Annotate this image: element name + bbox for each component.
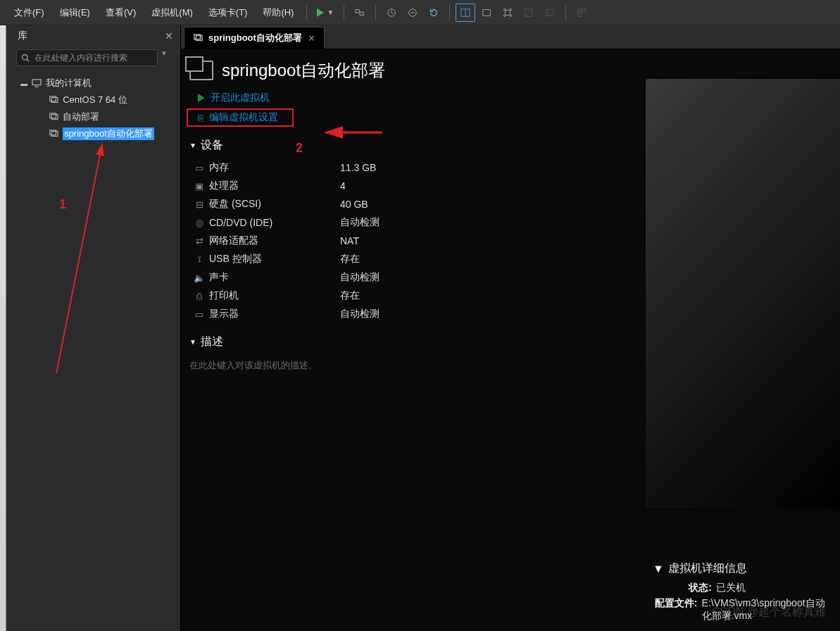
vm-detail-state: 状态:已关机 [653,580,833,596]
sidebar: 库 ✕ ▼ ▬ 我的计算机 CentOS 7 64 位 自动部署 [6,25,181,631]
svg-point-14 [23,54,27,59]
play-icon [317,8,324,17]
device-row-cd[interactable]: ◎CD/DVD (IDE)自动检测 [192,213,637,232]
tree-label: springboot自动化部署 [63,127,154,140]
clock-icon [387,8,396,18]
sidebar-title: 库 [18,30,27,42]
device-row-memory[interactable]: ▭内存11.3 GB [192,158,637,177]
details-pane: springboot自动化部署 开启此虚拟机 ⎘ 编辑虚拟机设置 ▼设备 ▭内存… [181,49,646,631]
page-title: springboot自动化部署 [222,59,385,82]
tree-root-my-computer[interactable]: ▬ 我的计算机 [6,75,180,92]
split-view-icon [460,8,470,18]
library-tree: ▬ 我的计算机 CentOS 7 64 位 自动部署 springboot自动化… [6,72,180,145]
toolbar-send-button[interactable] [350,4,370,22]
action-label: 编辑虚拟机设置 [209,111,278,124]
tab-close-button[interactable]: ✕ [308,33,315,44]
menubar: 文件(F) 编辑(E) 查看(V) 虚拟机(M) 选项卡(T) 帮助(H) ▼ [0,0,840,25]
svg-rect-21 [52,115,58,120]
preview-pane: ▼虚拟机详细信息 状态:已关机 配置文件:E:\VMS\vm3\springbo… [646,49,840,631]
svg-line-15 [27,59,29,61]
play-icon [198,94,205,102]
unity-icon [524,8,534,18]
menu-edit[interactable]: 编辑(E) [53,4,97,22]
svg-rect-6 [483,9,491,15]
sound-icon: 🔈 [192,273,206,283]
search-box[interactable] [16,49,158,66]
svg-line-9 [525,8,533,16]
vm-icon [49,113,58,121]
search-input[interactable] [35,53,153,63]
svg-rect-0 [356,9,359,12]
collapse-icon: ▬ [20,80,27,87]
single-window-icon [482,8,491,18]
svg-rect-7 [506,10,510,15]
snapshot-icon [408,8,418,18]
tree-label: CentOS 7 64 位 [63,94,127,106]
svg-rect-11 [578,8,581,11]
toolbar-manage-button[interactable] [403,4,422,22]
description-section-header[interactable]: ▼描述 [187,325,637,354]
toolbar-console-button[interactable] [456,4,475,22]
toolbar-stretch-button [540,4,560,22]
vm-detail-config: 配置文件:E:\VMS\vm3\springboot自动化部署.vmx [653,596,833,624]
terminal-icon [545,8,555,18]
menu-vm[interactable]: 虚拟机(M) [144,4,200,22]
device-row-printer[interactable]: ⎙打印机存在 [192,287,637,305]
vm-preview-thumbnail [646,79,840,508]
svg-rect-18 [50,96,56,101]
vm-icon [49,96,58,104]
svg-rect-23 [52,132,58,137]
device-row-usb[interactable]: ⟟USB 控制器存在 [192,250,637,268]
device-row-display[interactable]: ▭显示器自动检测 [192,305,637,323]
menu-tabs[interactable]: 选项卡(T) [201,4,255,22]
edit-settings-link[interactable]: ⎘ 编辑虚拟机设置 [187,108,294,127]
tree-item-autodeploy[interactable]: 自动部署 [6,108,180,125]
menu-view[interactable]: 查看(V) [99,4,143,22]
devices-section-header[interactable]: ▼设备 [187,128,637,157]
svg-rect-20 [50,113,56,118]
svg-rect-22 [50,130,56,135]
collapse-icon: ▼ [189,338,196,346]
toolbar-fullscreen-button[interactable] [498,4,518,22]
description-placeholder[interactable]: 在此处键入对该虚拟机的描述。 [187,355,637,376]
menu-help[interactable]: 帮助(H) [256,4,301,22]
tab-label: springboot自动化部署 [208,32,302,44]
left-gutter [0,25,6,631]
svg-rect-10 [546,9,554,15]
edit-icon: ⎘ [198,113,203,123]
toolbar-snapshot-button[interactable] [382,4,401,22]
computer-icon [32,79,42,87]
svg-rect-12 [582,8,585,11]
search-dropdown-button[interactable]: ▼ [158,49,170,66]
toolbar-window-button[interactable] [477,4,496,22]
sidebar-header: 库 ✕ [6,25,180,46]
power-on-link[interactable]: 开启此虚拟机 [187,89,637,107]
sidebar-close-button[interactable]: ✕ [165,30,173,42]
vm-icon [193,34,203,42]
run-button[interactable]: ▼ [313,4,338,22]
tab-bar: springboot自动化部署 ✕ [181,25,840,49]
action-label: 开启此虚拟机 [211,92,270,104]
tree-item-centos[interactable]: CentOS 7 64 位 [6,92,180,108]
tree-item-springboot[interactable]: springboot自动化部署 [6,125,180,142]
device-row-cpu[interactable]: ▣处理器4 [192,177,637,195]
menu-file[interactable]: 文件(F) [7,4,51,22]
tree-label: 自动部署 [63,111,99,123]
separator [565,5,566,20]
svg-rect-25 [196,36,202,41]
fullscreen-icon [503,8,513,18]
device-row-disk[interactable]: ⊟硬盘 (SCSI)40 GB [192,195,637,213]
vm-icon [49,130,58,138]
toolbar-revert-button[interactable] [424,4,444,22]
collapse-icon: ▼ [189,142,196,149]
device-row-net[interactable]: ⇄网络适配器NAT [192,232,637,250]
network-icon: ⇄ [192,236,206,246]
vm-large-icon [189,61,213,80]
vm-details: ▼虚拟机详细信息 状态:已关机 配置文件:E:\VMS\vm3\springbo… [646,557,840,624]
device-row-sound[interactable]: 🔈声卡自动检测 [192,268,637,287]
main-panel: springboot自动化部署 ✕ springboot自动化部署 开启此虚拟机… [181,25,840,631]
memory-icon: ▭ [192,163,206,173]
separator [344,5,344,20]
vm-details-header[interactable]: ▼虚拟机详细信息 [653,557,833,580]
tab-springboot[interactable]: springboot自动化部署 ✕ [184,27,325,49]
